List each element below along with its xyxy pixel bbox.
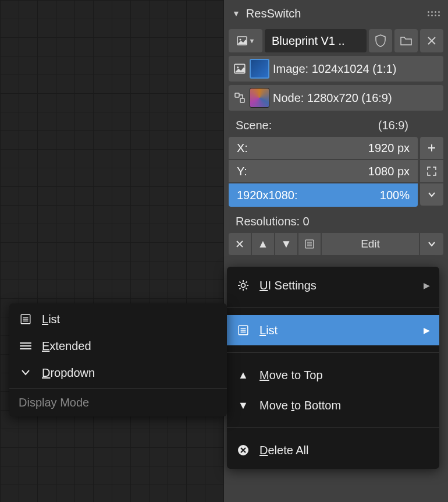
node-info-row[interactable]: Node: 1280x720 (16:9) <box>229 85 443 111</box>
image-info-text: Image: 1024x1024 (1:1) <box>273 62 396 76</box>
delete-icon <box>236 444 250 457</box>
chevron-right-icon: ▶ <box>424 326 430 335</box>
shield-icon <box>375 34 386 47</box>
display-mode-submenu: List Extended Dropdown Display Mode <box>9 303 227 416</box>
resolutions-toolbar: ▲ ▼ Edit <box>229 233 443 255</box>
chevron-down-icon <box>19 369 33 376</box>
list-icon <box>236 324 250 336</box>
scene-ratio: (16:9) <box>378 119 408 132</box>
edit-button[interactable]: Edit <box>322 233 419 255</box>
add-button[interactable] <box>420 137 443 159</box>
submenu-title: Display Mode <box>9 388 227 414</box>
menu-delete-all[interactable]: Delete All <box>227 435 439 465</box>
move-up-button[interactable]: ▲ <box>252 233 274 255</box>
svg-point-3 <box>237 66 239 68</box>
panel-title: ResSwitch <box>246 7 301 20</box>
resolution-percent-field[interactable]: 1920x1080: 100% <box>229 183 418 207</box>
close-icon <box>427 36 436 45</box>
folder-icon <box>400 36 413 46</box>
svg-point-1 <box>239 39 241 41</box>
menu-separator <box>227 352 439 353</box>
resolutions-label: Resolutions: 0 <box>236 215 310 228</box>
chevron-down-icon: ▼ <box>249 37 255 44</box>
triangle-down-icon: ▼ <box>281 238 292 250</box>
image-type-dropdown[interactable]: ▼ <box>229 29 262 52</box>
list-mode-button[interactable] <box>298 233 321 255</box>
submenu-extended[interactable]: Extended <box>9 333 227 359</box>
unlink-button[interactable] <box>420 29 443 52</box>
image-thumbnail <box>250 59 269 79</box>
plus-icon <box>427 143 436 153</box>
image-icon <box>233 62 246 75</box>
triangle-up-icon: ▲ <box>258 238 269 250</box>
triangle-down-icon: ▼ <box>236 400 250 412</box>
node-info-text: Node: 1280x720 (16:9) <box>273 91 392 105</box>
list-icon <box>304 239 315 249</box>
image-icon <box>236 35 248 47</box>
folder-button[interactable] <box>394 29 418 52</box>
collapse-icon: ▼ <box>232 9 240 18</box>
resolutions-label-row: Resolutions: 0 <box>229 210 443 233</box>
image-info-row[interactable]: Image: 1024x1024 (1:1) <box>229 56 443 82</box>
chevron-down-icon <box>428 241 436 247</box>
move-down-button[interactable]: ▼ <box>275 233 297 255</box>
y-field[interactable]: Y: 1080 px <box>229 160 418 182</box>
image-name-field[interactable]: Blueprint V1 .. <box>265 29 367 52</box>
close-icon <box>236 240 244 248</box>
gear-icon <box>236 279 250 292</box>
submenu-list[interactable]: List <box>9 306 227 333</box>
scene-label: Scene: <box>236 119 272 132</box>
context-menu: UI Settings ▶ List ▶ ▲ Move to Top ▼ Mov… <box>227 267 439 469</box>
menu-move-bottom[interactable]: ▼ Move to Bottom <box>227 390 439 420</box>
shield-button[interactable] <box>369 29 392 52</box>
node-thumbnail <box>250 88 269 108</box>
menu-button[interactable] <box>420 233 443 255</box>
node-icon <box>233 91 246 104</box>
panel-header[interactable]: ▼ ResSwitch <box>224 0 448 27</box>
triangle-up-icon: ▲ <box>236 369 250 381</box>
menu-move-top[interactable]: ▲ Move to Top <box>227 360 439 390</box>
svg-rect-4 <box>235 93 239 97</box>
list-icon <box>19 313 33 325</box>
grip-icon[interactable] <box>428 11 440 16</box>
chevron-down-icon <box>428 192 436 197</box>
menu-separator <box>227 307 439 308</box>
chevron-right-icon: ▶ <box>424 281 430 290</box>
x-field[interactable]: X: 1920 px <box>229 137 418 159</box>
submenu-dropdown[interactable]: Dropdown <box>9 359 227 386</box>
svg-point-7 <box>241 284 246 288</box>
menu-separator <box>227 427 439 428</box>
viewport-grid <box>0 0 224 502</box>
svg-rect-5 <box>240 98 244 102</box>
scene-label-row: Scene: (16:9) <box>229 114 443 137</box>
expand-button[interactable] <box>420 160 443 182</box>
expand-icon <box>426 166 437 176</box>
menu-ui-settings[interactable]: UI Settings ▶ <box>227 270 439 301</box>
menu-list[interactable]: List ▶ <box>227 315 439 345</box>
remove-button[interactable] <box>229 233 251 255</box>
dropdown-button[interactable] <box>420 183 443 206</box>
extended-icon <box>19 341 33 351</box>
